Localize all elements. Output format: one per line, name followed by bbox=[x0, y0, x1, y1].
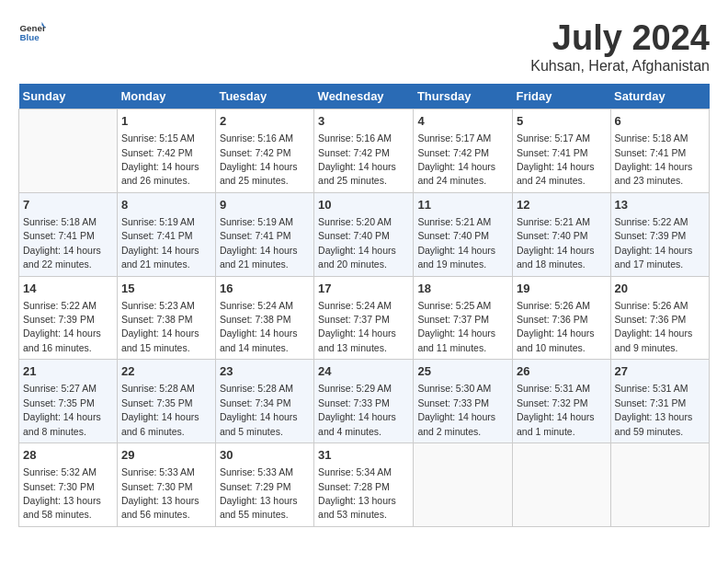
weekday-header-cell: Saturday bbox=[610, 84, 709, 109]
day-info: Sunrise: 5:34 AM Sunset: 7:28 PM Dayligh… bbox=[318, 466, 396, 520]
day-info: Sunrise: 5:22 AM Sunset: 7:39 PM Dayligh… bbox=[23, 300, 101, 353]
day-info: Sunrise: 5:18 AM Sunset: 7:41 PM Dayligh… bbox=[615, 132, 693, 186]
calendar-cell: 13Sunrise: 5:22 AM Sunset: 7:39 PM Dayli… bbox=[610, 192, 709, 276]
calendar-cell: 17Sunrise: 5:24 AM Sunset: 7:37 PM Dayli… bbox=[314, 276, 414, 360]
day-number: 18 bbox=[417, 281, 508, 297]
day-number: 3 bbox=[318, 113, 409, 130]
calendar-cell: 20Sunrise: 5:26 AM Sunset: 7:36 PM Dayli… bbox=[610, 276, 709, 360]
calendar-cell: 5Sunrise: 5:17 AM Sunset: 7:41 PM Daylig… bbox=[512, 109, 610, 193]
day-info: Sunrise: 5:26 AM Sunset: 7:36 PM Dayligh… bbox=[615, 300, 693, 353]
calendar-body: 1Sunrise: 5:15 AM Sunset: 7:42 PM Daylig… bbox=[19, 109, 710, 527]
day-info: Sunrise: 5:19 AM Sunset: 7:41 PM Dayligh… bbox=[220, 216, 298, 270]
calendar-cell: 14Sunrise: 5:22 AM Sunset: 7:39 PM Dayli… bbox=[19, 276, 118, 360]
calendar-table: SundayMondayTuesdayWednesdayThursdayFrid… bbox=[18, 84, 710, 527]
day-number: 22 bbox=[121, 363, 211, 380]
day-info: Sunrise: 5:26 AM Sunset: 7:36 PM Dayligh… bbox=[517, 300, 595, 353]
calendar-cell: 6Sunrise: 5:18 AM Sunset: 7:41 PM Daylig… bbox=[610, 109, 709, 193]
day-number: 19 bbox=[517, 281, 607, 297]
calendar-cell: 22Sunrise: 5:28 AM Sunset: 7:35 PM Dayli… bbox=[117, 360, 215, 443]
calendar-cell: 9Sunrise: 5:19 AM Sunset: 7:41 PM Daylig… bbox=[215, 192, 313, 276]
calendar-cell bbox=[610, 443, 709, 527]
location-subtitle: Kuhsan, Herat, Afghanistan bbox=[530, 58, 710, 75]
weekday-header-cell: Monday bbox=[117, 84, 215, 109]
calendar-cell: 29Sunrise: 5:33 AM Sunset: 7:30 PM Dayli… bbox=[117, 443, 215, 527]
day-info: Sunrise: 5:15 AM Sunset: 7:42 PM Dayligh… bbox=[121, 132, 199, 186]
day-number: 8 bbox=[121, 197, 211, 213]
calendar-cell: 31Sunrise: 5:34 AM Sunset: 7:28 PM Dayli… bbox=[314, 443, 414, 527]
day-number: 24 bbox=[318, 363, 409, 380]
day-info: Sunrise: 5:16 AM Sunset: 7:42 PM Dayligh… bbox=[318, 132, 396, 186]
calendar-week-row: 14Sunrise: 5:22 AM Sunset: 7:39 PM Dayli… bbox=[19, 276, 710, 360]
day-info: Sunrise: 5:33 AM Sunset: 7:29 PM Dayligh… bbox=[220, 466, 298, 520]
day-number: 4 bbox=[417, 113, 508, 130]
calendar-cell: 26Sunrise: 5:31 AM Sunset: 7:32 PM Dayli… bbox=[512, 360, 610, 443]
day-info: Sunrise: 5:30 AM Sunset: 7:33 PM Dayligh… bbox=[417, 383, 495, 436]
day-info: Sunrise: 5:33 AM Sunset: 7:30 PM Dayligh… bbox=[121, 466, 199, 520]
day-number: 14 bbox=[23, 281, 113, 297]
calendar-cell: 8Sunrise: 5:19 AM Sunset: 7:41 PM Daylig… bbox=[117, 192, 215, 276]
title-area: July 2024 Kuhsan, Herat, Afghanistan bbox=[530, 18, 710, 75]
day-info: Sunrise: 5:17 AM Sunset: 7:41 PM Dayligh… bbox=[517, 132, 595, 186]
day-number: 27 bbox=[615, 363, 705, 380]
day-info: Sunrise: 5:17 AM Sunset: 7:42 PM Dayligh… bbox=[417, 132, 495, 186]
day-info: Sunrise: 5:23 AM Sunset: 7:38 PM Dayligh… bbox=[121, 300, 199, 353]
day-info: Sunrise: 5:28 AM Sunset: 7:34 PM Dayligh… bbox=[220, 383, 298, 436]
day-info: Sunrise: 5:32 AM Sunset: 7:30 PM Dayligh… bbox=[23, 466, 101, 520]
calendar-cell: 23Sunrise: 5:28 AM Sunset: 7:34 PM Dayli… bbox=[215, 360, 313, 443]
calendar-cell: 19Sunrise: 5:26 AM Sunset: 7:36 PM Dayli… bbox=[512, 276, 610, 360]
day-number: 15 bbox=[121, 281, 211, 297]
day-number: 30 bbox=[220, 447, 310, 464]
day-info: Sunrise: 5:28 AM Sunset: 7:35 PM Dayligh… bbox=[121, 383, 199, 436]
day-number: 21 bbox=[23, 363, 113, 380]
day-info: Sunrise: 5:24 AM Sunset: 7:38 PM Dayligh… bbox=[220, 300, 298, 353]
day-info: Sunrise: 5:21 AM Sunset: 7:40 PM Dayligh… bbox=[517, 216, 595, 270]
calendar-week-row: 7Sunrise: 5:18 AM Sunset: 7:41 PM Daylig… bbox=[19, 192, 710, 276]
weekday-header-cell: Wednesday bbox=[314, 84, 414, 109]
day-info: Sunrise: 5:18 AM Sunset: 7:41 PM Dayligh… bbox=[23, 216, 101, 270]
day-number: 25 bbox=[417, 363, 508, 380]
day-number: 31 bbox=[318, 447, 409, 464]
day-number: 11 bbox=[417, 197, 508, 213]
calendar-cell: 21Sunrise: 5:27 AM Sunset: 7:35 PM Dayli… bbox=[19, 360, 118, 443]
day-info: Sunrise: 5:21 AM Sunset: 7:40 PM Dayligh… bbox=[417, 216, 495, 270]
day-info: Sunrise: 5:22 AM Sunset: 7:39 PM Dayligh… bbox=[615, 216, 693, 270]
day-number: 17 bbox=[318, 281, 409, 297]
weekday-header-cell: Tuesday bbox=[215, 84, 313, 109]
calendar-week-row: 21Sunrise: 5:27 AM Sunset: 7:35 PM Dayli… bbox=[19, 360, 710, 443]
day-info: Sunrise: 5:31 AM Sunset: 7:32 PM Dayligh… bbox=[517, 383, 595, 436]
calendar-cell: 12Sunrise: 5:21 AM Sunset: 7:40 PM Dayli… bbox=[512, 192, 610, 276]
day-number: 7 bbox=[23, 197, 113, 213]
day-number: 1 bbox=[121, 113, 211, 130]
day-number: 2 bbox=[220, 113, 310, 130]
day-info: Sunrise: 5:31 AM Sunset: 7:31 PM Dayligh… bbox=[615, 383, 693, 436]
logo: General Blue bbox=[18, 18, 46, 46]
day-number: 20 bbox=[615, 281, 705, 297]
day-info: Sunrise: 5:27 AM Sunset: 7:35 PM Dayligh… bbox=[23, 383, 101, 436]
weekday-header-cell: Sunday bbox=[19, 84, 118, 109]
day-number: 9 bbox=[220, 197, 310, 213]
calendar-cell: 25Sunrise: 5:30 AM Sunset: 7:33 PM Dayli… bbox=[414, 360, 513, 443]
calendar-cell: 18Sunrise: 5:25 AM Sunset: 7:37 PM Dayli… bbox=[414, 276, 513, 360]
svg-text:Blue: Blue bbox=[20, 32, 40, 42]
day-number: 26 bbox=[517, 363, 607, 380]
calendar-cell: 24Sunrise: 5:29 AM Sunset: 7:33 PM Dayli… bbox=[314, 360, 414, 443]
calendar-cell: 11Sunrise: 5:21 AM Sunset: 7:40 PM Dayli… bbox=[414, 192, 513, 276]
day-number: 28 bbox=[23, 447, 113, 464]
day-number: 23 bbox=[220, 363, 310, 380]
month-year-title: July 2024 bbox=[530, 18, 710, 58]
calendar-cell: 16Sunrise: 5:24 AM Sunset: 7:38 PM Dayli… bbox=[215, 276, 313, 360]
calendar-week-row: 1Sunrise: 5:15 AM Sunset: 7:42 PM Daylig… bbox=[19, 109, 710, 193]
calendar-cell: 1Sunrise: 5:15 AM Sunset: 7:42 PM Daylig… bbox=[117, 109, 215, 193]
weekday-header-cell: Friday bbox=[512, 84, 610, 109]
weekday-header-cell: Thursday bbox=[414, 84, 513, 109]
calendar-cell: 4Sunrise: 5:17 AM Sunset: 7:42 PM Daylig… bbox=[414, 109, 513, 193]
day-info: Sunrise: 5:24 AM Sunset: 7:37 PM Dayligh… bbox=[318, 300, 396, 353]
day-number: 29 bbox=[121, 447, 211, 464]
day-number: 16 bbox=[220, 281, 310, 297]
day-number: 10 bbox=[318, 197, 409, 213]
day-number: 6 bbox=[615, 113, 705, 130]
calendar-cell bbox=[414, 443, 513, 527]
day-info: Sunrise: 5:20 AM Sunset: 7:40 PM Dayligh… bbox=[318, 216, 396, 270]
logo-icon: General Blue bbox=[18, 18, 46, 46]
calendar-cell: 15Sunrise: 5:23 AM Sunset: 7:38 PM Dayli… bbox=[117, 276, 215, 360]
